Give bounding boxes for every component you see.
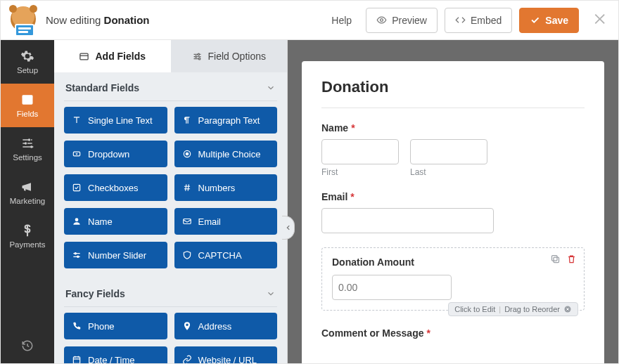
svg-point-18 [75, 253, 76, 254]
svg-point-5 [28, 138, 30, 141]
code-icon [455, 15, 466, 25]
chevron-left-icon [285, 224, 292, 231]
svg-rect-8 [80, 53, 88, 60]
field-address[interactable]: Address [174, 313, 278, 339]
history-icon [21, 339, 34, 352]
sliders-icon [20, 136, 34, 150]
save-button[interactable]: Save [519, 8, 579, 33]
hash-icon [182, 183, 192, 193]
svg-point-2 [381, 19, 383, 22]
input-email[interactable] [321, 208, 494, 233]
embed-button[interactable]: Embed [445, 8, 512, 33]
svg-rect-17 [183, 219, 191, 224]
field-numbers[interactable]: Numbers [174, 174, 278, 201]
dollar-icon [20, 223, 34, 238]
field-hint-pill: Click to Edit|Drag to Reorder [448, 302, 578, 316]
field-phone[interactable]: Phone [64, 313, 167, 339]
field-checkboxes[interactable]: Checkboxes [64, 174, 167, 201]
svg-rect-22 [552, 256, 558, 261]
svg-point-6 [25, 142, 27, 144]
svg-rect-20 [73, 357, 79, 363]
field-dropdown[interactable]: Dropdown [64, 141, 167, 167]
eye-icon [376, 15, 387, 25]
rail-fields[interactable]: Fields [1, 84, 54, 127]
check-icon [530, 15, 540, 25]
form-field-comment[interactable]: Comment or Message* [321, 327, 585, 339]
close-button[interactable] [593, 11, 608, 30]
form-field-name[interactable]: Name* First Last [321, 122, 585, 177]
input-donation-amount[interactable] [332, 275, 452, 300]
form-title[interactable]: Donation [321, 78, 585, 96]
sublabel-last: Last [410, 167, 487, 177]
app-logo [11, 6, 39, 34]
input-first-name[interactable] [321, 139, 399, 164]
bullhorn-icon [20, 180, 34, 194]
preview-button[interactable]: Preview [366, 8, 438, 33]
chevron-down-icon [266, 289, 276, 299]
gear-icon [20, 49, 34, 63]
form-icon [20, 93, 34, 107]
rail-payments[interactable]: Payments [1, 214, 54, 258]
svg-point-19 [77, 256, 79, 257]
field-datetime[interactable]: Date / Time [64, 346, 167, 363]
shield-icon [182, 250, 192, 260]
section-standard-fields[interactable]: Standard Fields [63, 72, 279, 100]
fields-panel: Add Fields Field Options Standard Fields… [54, 40, 288, 363]
checkbox-icon [72, 183, 82, 193]
input-last-name[interactable] [410, 139, 487, 164]
slider-icon [72, 250, 82, 260]
link-icon [182, 355, 192, 363]
text-icon [72, 115, 82, 125]
svg-rect-21 [554, 257, 559, 263]
envelope-icon [182, 216, 192, 226]
svg-rect-15 [73, 184, 79, 190]
field-website[interactable]: Website / URL [174, 346, 278, 363]
paragraph-icon [182, 115, 192, 125]
section-fancy-fields[interactable]: Fancy Fields [63, 278, 279, 306]
form-field-donation-amount[interactable]: Donation Amount Click to Edit|Drag to Re… [321, 247, 585, 311]
duplicate-icon[interactable] [550, 254, 561, 264]
add-fields-icon [79, 51, 89, 62]
svg-rect-4 [23, 95, 33, 98]
left-rail: Setup Fields Settings Marketing Payments [1, 40, 54, 363]
trash-icon[interactable] [566, 254, 577, 264]
pin-icon [182, 321, 192, 331]
field-captcha[interactable]: CAPTCHA [174, 242, 278, 268]
svg-point-9 [198, 53, 200, 56]
svg-point-10 [195, 56, 197, 58]
phone-icon [72, 321, 82, 331]
field-multiple-choice[interactable]: Multiple Choice [174, 141, 278, 167]
svg-point-11 [198, 58, 200, 60]
field-paragraph-text[interactable]: Paragraph Text [174, 107, 278, 134]
close-icon [593, 11, 608, 27]
form-field-email[interactable]: Email* [321, 191, 585, 233]
radio-icon [182, 149, 192, 159]
field-single-line-text[interactable]: Single Line Text [64, 107, 167, 134]
chevron-down-icon [266, 83, 276, 93]
tab-add-fields[interactable]: Add Fields [54, 40, 171, 72]
svg-point-14 [186, 152, 189, 155]
form-canvas: Donation Name* First Last [302, 61, 604, 363]
form-canvas-wrap: Donation Name* First Last [288, 40, 618, 363]
editing-title: Now editing Donation [46, 14, 150, 26]
dropdown-icon [72, 149, 82, 159]
field-number-slider[interactable]: Number Slider [64, 242, 167, 268]
options-icon [192, 51, 203, 62]
rail-history[interactable] [1, 328, 54, 363]
rail-setup[interactable]: Setup [1, 40, 54, 84]
help-link[interactable]: Help [327, 15, 352, 26]
field-name[interactable]: Name [64, 208, 167, 235]
rail-settings[interactable]: Settings [1, 127, 54, 171]
tab-field-options[interactable]: Field Options [171, 40, 288, 72]
field-email[interactable]: Email [174, 208, 278, 235]
rail-marketing[interactable]: Marketing [1, 171, 54, 214]
dismiss-icon[interactable] [563, 305, 572, 313]
user-icon [72, 216, 82, 226]
sublabel-first: First [321, 167, 399, 177]
calendar-icon [72, 355, 82, 363]
svg-point-16 [75, 218, 79, 221]
svg-point-7 [30, 145, 32, 148]
